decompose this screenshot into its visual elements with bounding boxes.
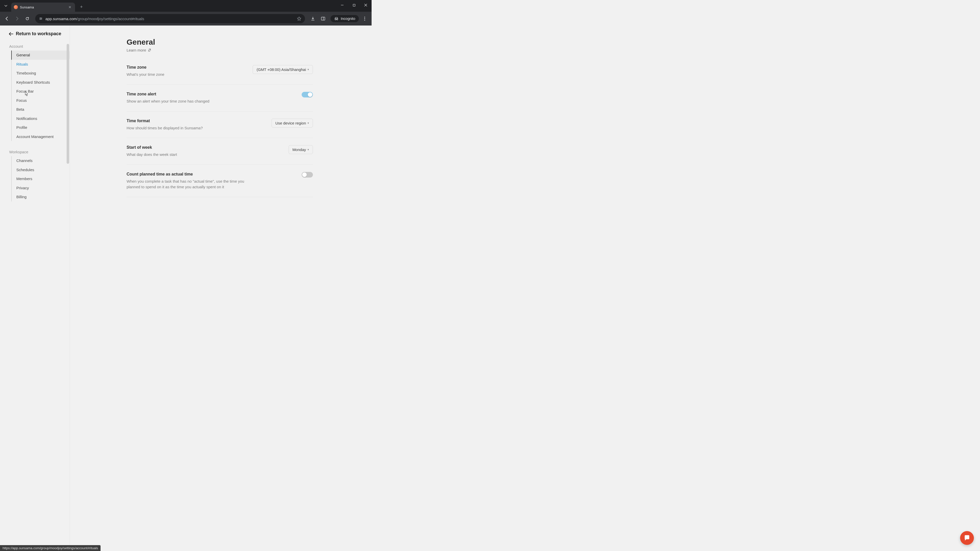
sidebar-item-privacy[interactable]: Privacy bbox=[12, 183, 70, 192]
setting-title: Start of week bbox=[127, 145, 177, 150]
nav-reload-button[interactable] bbox=[23, 14, 32, 23]
tab-search-dropdown[interactable] bbox=[2, 2, 10, 10]
new-tab-button[interactable]: + bbox=[78, 3, 85, 11]
return-to-workspace[interactable]: Return to workspace bbox=[0, 30, 70, 43]
setting-title: Time format bbox=[127, 119, 203, 123]
toggle-knob bbox=[308, 92, 312, 97]
chevron-down-icon: ▾ bbox=[307, 121, 309, 125]
window-close[interactable] bbox=[360, 0, 372, 10]
sidebar-item-channels[interactable]: Channels bbox=[12, 156, 70, 165]
settings-sidebar: Return to workspace AccountGeneralRitual… bbox=[0, 25, 70, 208]
toggle-knob bbox=[302, 172, 307, 177]
return-label: Return to workspace bbox=[16, 31, 61, 37]
sidebar-group: ChannelsSchedulesMembersPrivacyBilling bbox=[11, 156, 70, 202]
tab-title: Sunsama bbox=[20, 5, 67, 9]
window-maximize[interactable] bbox=[348, 0, 360, 10]
learn-more-link[interactable]: Learn more bbox=[127, 48, 151, 52]
setting-description: What's your time zone bbox=[127, 72, 164, 77]
incognito-label: Incognito bbox=[341, 17, 355, 21]
favicon bbox=[14, 5, 18, 9]
select-value: Monday bbox=[293, 148, 306, 152]
browser-menu-icon[interactable] bbox=[360, 14, 369, 23]
window-minimize[interactable] bbox=[336, 0, 348, 10]
svg-point-3 bbox=[41, 18, 42, 19]
svg-point-8 bbox=[337, 19, 338, 20]
window-controls bbox=[336, 0, 372, 10]
tab-close-icon[interactable]: ✕ bbox=[67, 5, 73, 10]
setting-row: Time zone alertShow an alert when your t… bbox=[127, 85, 313, 111]
main-panel: General Learn more Time zoneWhat's your … bbox=[70, 25, 372, 208]
select-value: Use device region bbox=[275, 121, 306, 125]
sidebar-item-members[interactable]: Members bbox=[12, 174, 70, 183]
sidebar-item-account-management[interactable]: Account Management bbox=[12, 132, 70, 141]
sidebar-item-profile[interactable]: Profile bbox=[12, 123, 70, 132]
browser-toolbar: app.sunsama.com/group/moodjoy/settings/a… bbox=[0, 12, 372, 25]
setting-row: Start of weekWhat day does the week star… bbox=[127, 138, 313, 165]
nav-back-button[interactable] bbox=[3, 14, 11, 23]
nav-forward-button[interactable] bbox=[13, 14, 21, 23]
setting-description: When you complete a task that has no "ac… bbox=[127, 179, 257, 190]
setting-select[interactable]: (GMT +08:00) Asia/Shanghai▾ bbox=[253, 65, 313, 74]
setting-row: Count planned time as actual timeWhen yo… bbox=[127, 165, 313, 197]
app-root: Return to workspace AccountGeneralRitual… bbox=[0, 25, 372, 208]
sidebar-item-timeboxing[interactable]: Timeboxing bbox=[12, 68, 70, 78]
sidebar-item-focus-bar[interactable]: Focus Bar bbox=[12, 87, 70, 96]
sidebar-item-beta[interactable]: Beta bbox=[12, 105, 70, 114]
setting-title: Time zone bbox=[127, 65, 164, 70]
setting-select[interactable]: Monday▾ bbox=[289, 145, 313, 154]
downloads-icon[interactable] bbox=[309, 14, 317, 23]
setting-row: Time zoneWhat's your time zone(GMT +08:0… bbox=[127, 60, 313, 85]
external-link-icon bbox=[148, 48, 151, 52]
sidebar-item-rituals[interactable]: Rituals bbox=[12, 60, 70, 69]
svg-rect-1 bbox=[353, 4, 355, 6]
page-title: General bbox=[127, 38, 313, 46]
setting-row: Time formatHow should times be displayed… bbox=[127, 111, 313, 138]
sidebar-section-title: Workspace bbox=[0, 148, 70, 156]
url-text: app.sunsama.com/group/moodjoy/settings/a… bbox=[45, 17, 294, 21]
browser-tab[interactable]: Sunsama ✕ bbox=[11, 3, 75, 12]
svg-point-11 bbox=[364, 20, 365, 21]
svg-point-4 bbox=[40, 19, 41, 20]
svg-point-2 bbox=[40, 17, 41, 18]
arrow-left-icon bbox=[9, 32, 13, 36]
setting-description: Show an alert when your time zone has ch… bbox=[127, 98, 209, 104]
sidepanel-icon[interactable] bbox=[319, 14, 328, 23]
site-settings-icon[interactable] bbox=[39, 17, 43, 21]
sidebar-group: GeneralRitualsTimeboxingKeyboard Shortcu… bbox=[11, 51, 70, 141]
svg-rect-5 bbox=[321, 17, 325, 20]
setting-description: How should times be displayed in Sunsama… bbox=[127, 125, 203, 131]
svg-point-10 bbox=[364, 18, 365, 19]
sidebar-item-notifications[interactable]: Notifications bbox=[12, 114, 70, 123]
setting-title: Time zone alert bbox=[127, 92, 209, 97]
browser-titlebar: Sunsama ✕ + bbox=[0, 0, 372, 12]
setting-title: Count planned time as actual time bbox=[127, 172, 257, 176]
sidebar-item-billing[interactable]: Billing bbox=[12, 192, 70, 202]
select-value: (GMT +08:00) Asia/Shanghai bbox=[256, 67, 306, 72]
setting-select[interactable]: Use device region▾ bbox=[272, 119, 313, 127]
svg-point-7 bbox=[335, 19, 336, 20]
chevron-down-icon: ▾ bbox=[307, 68, 309, 71]
sidebar-item-keyboard-shortcuts[interactable]: Keyboard Shortcuts bbox=[12, 78, 70, 87]
sidebar-item-schedules[interactable]: Schedules bbox=[12, 165, 70, 175]
setting-toggle[interactable] bbox=[302, 172, 313, 178]
incognito-indicator[interactable]: Incognito bbox=[331, 15, 359, 22]
sidebar-item-general[interactable]: General bbox=[12, 51, 70, 60]
address-bar[interactable]: app.sunsama.com/group/moodjoy/settings/a… bbox=[35, 14, 305, 23]
svg-point-9 bbox=[364, 17, 365, 17]
incognito-icon bbox=[334, 17, 339, 21]
sidebar-section-title: Account bbox=[0, 43, 70, 51]
bookmark-star-icon[interactable] bbox=[297, 16, 301, 21]
sidebar-scrollbar[interactable] bbox=[67, 44, 69, 164]
setting-toggle[interactable] bbox=[302, 92, 313, 97]
sidebar-item-focus[interactable]: Focus bbox=[12, 96, 70, 105]
setting-description: What day does the week start bbox=[127, 152, 177, 157]
chevron-down-icon: ▾ bbox=[307, 148, 309, 151]
